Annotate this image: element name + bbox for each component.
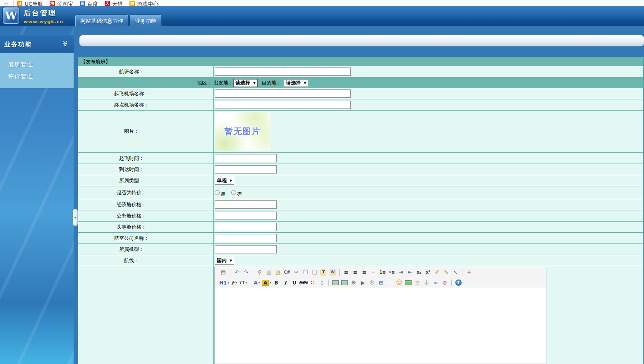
no-image-placeholder: 暂无图片 [215,112,271,151]
sidebar-item-flight-management[interactable]: 航班管理 [0,58,74,70]
site-url: www.wygk.cn [24,19,63,24]
copy-icon[interactable]: ❐ [301,268,309,277]
paste-text-icon[interactable]: T [319,268,328,277]
align-center-icon[interactable]: ≡ [351,268,359,277]
format-brush-icon[interactable]: ✐ [433,268,441,277]
tab-business-functions[interactable]: 业务功能 [130,15,161,26]
chevron-down-icon: ▼ [230,259,232,263]
subscript-icon[interactable]: x₂ [415,268,423,277]
sidebar-section-header[interactable]: 业务功能 ≫ [0,35,74,53]
undo-icon[interactable]: ↶ [233,268,241,277]
arrive-time-input[interactable] [215,165,277,174]
field-label: 地区： [78,80,213,87]
font-family-icon[interactable]: F▾ [230,279,238,287]
depart-airport-input[interactable] [215,89,351,98]
bookmark-tmall[interactable]: 天 天猫 [105,1,123,6]
special-offer-no-radio[interactable] [231,190,236,195]
aircraft-model-input[interactable] [215,245,277,253]
superscript-icon[interactable]: x² [424,268,432,277]
route-select[interactable]: 国内▼ [215,257,234,265]
line-spacing-icon[interactable]: ∷ [309,279,317,287]
bookmark-game-center[interactable]: 游 游戏中心 [129,1,158,6]
anchor-icon[interactable]: ⚓ [422,279,431,287]
print-preview-icon[interactable]: ⚲ [256,268,264,277]
horizontal-rule-icon[interactable]: ― [386,279,394,287]
field-label: 经济舱价格： [78,199,213,210]
edit-note-icon[interactable]: ✎ [442,268,450,277]
bookmark-label: 爱淘宝 [57,1,73,6]
print-icon[interactable]: ▥ [265,268,273,277]
link-icon[interactable]: ∞ [431,279,440,287]
field-value [213,233,643,243]
first-class-price-input[interactable] [215,223,277,231]
insert-flash-icon[interactable]: ❋ [350,279,358,287]
text-color-icon[interactable]: A▾ [253,279,261,287]
cut-icon[interactable]: ✂ [292,268,300,277]
field-label: 图片： [78,111,213,152]
flight-name-input[interactable] [215,67,351,76]
highlight-color-icon[interactable]: A▾ [262,279,271,287]
toolbar-separator [339,269,340,276]
airline-name-input[interactable] [215,234,277,242]
select-cursor-icon[interactable]: ↖ [451,268,460,277]
help-icon[interactable]: ? [454,279,462,287]
field-value [213,164,643,175]
trip-type-select[interactable]: 单程▼ [215,177,234,185]
tab-site-basic-info[interactable]: 网站基础信息管理 [75,15,128,26]
paste-icon[interactable]: ❏ [310,268,318,277]
remove-format-icon[interactable]: ◊ [318,279,326,287]
font-size-icon[interactable]: тT▾ [239,279,247,287]
insert-image-icon[interactable] [331,279,340,287]
business-price-input[interactable] [215,212,277,220]
chevron-down-icon: ▼ [304,81,306,85]
strikethrough-icon[interactable]: ABC [299,279,308,287]
label-text: 终点机场名称： [114,101,149,108]
align-left-icon[interactable]: ≡ [342,268,350,277]
emoticon-icon[interactable]: ☺ [395,279,403,287]
bookmark-baidu[interactable]: 百 百度 [80,1,98,6]
code-csharp-icon[interactable]: C# [283,268,291,277]
view-source-icon[interactable]: ▤ [219,268,227,277]
unlink-icon[interactable]: ⊘ [441,279,449,287]
app-logo: W [3,7,19,24]
bullet-list-icon[interactable]: •≡ [388,268,396,277]
depart-time-input[interactable] [215,154,277,162]
ordered-list-icon[interactable]: 1≡ [378,268,387,277]
outdent-icon[interactable]: ⇤ [406,268,414,277]
redo-icon[interactable]: ↷ [242,268,250,277]
align-right-icon[interactable]: ≡ [360,268,369,277]
destination-select[interactable]: 请选择▼ [284,79,308,87]
bookmark-aitaobao[interactable]: 淘 爱淘宝 [50,1,73,6]
template-icon[interactable]: ▧ [274,268,282,277]
insert-multi-image-icon[interactable] [340,279,349,287]
editor-body[interactable] [215,288,546,364]
toolbar-separator [253,269,253,276]
insert-media-icon[interactable]: ▶ [359,279,367,287]
row-airline-name: 航空公司名称： [78,233,643,244]
indent-icon[interactable]: ⇥ [397,268,405,277]
italic-icon[interactable]: I [281,279,290,287]
chevron-collapse-icon[interactable]: ≫ [62,41,69,47]
fullscreen-icon[interactable]: ✛ [465,268,473,277]
logo-letter: W [5,10,17,22]
field-value [213,153,643,164]
save-icon[interactable]: ⊟ [413,279,421,287]
attachment-icon[interactable]: ✇ [368,279,376,287]
bookmark-uc-navigation[interactable]: U UC导航 [17,1,43,6]
underline-icon[interactable]: U [290,279,299,287]
economy-price-input[interactable] [215,200,277,209]
arrive-airport-input[interactable] [215,101,351,109]
paste-word-icon[interactable]: W [328,268,337,277]
sidebar-item-review-management[interactable]: 评价管理 [0,70,74,82]
field-label: 所属机型： [78,244,213,255]
insert-gallery-icon[interactable] [404,279,412,287]
bold-icon[interactable]: B [272,279,280,287]
align-justify-icon[interactable]: ≣ [369,268,378,277]
bookmark-label: 游戏中心 [137,1,158,6]
insert-table-icon[interactable]: ⊞ [377,279,385,287]
star-icon[interactable]: ☆ [3,1,9,6]
special-offer-yes-radio[interactable] [215,190,220,195]
heading-format-icon[interactable]: H1▾ [219,279,229,287]
depart-select[interactable]: 请选择▼ [233,79,258,87]
sidebar-collapse-handle[interactable]: ◂ [73,209,78,226]
